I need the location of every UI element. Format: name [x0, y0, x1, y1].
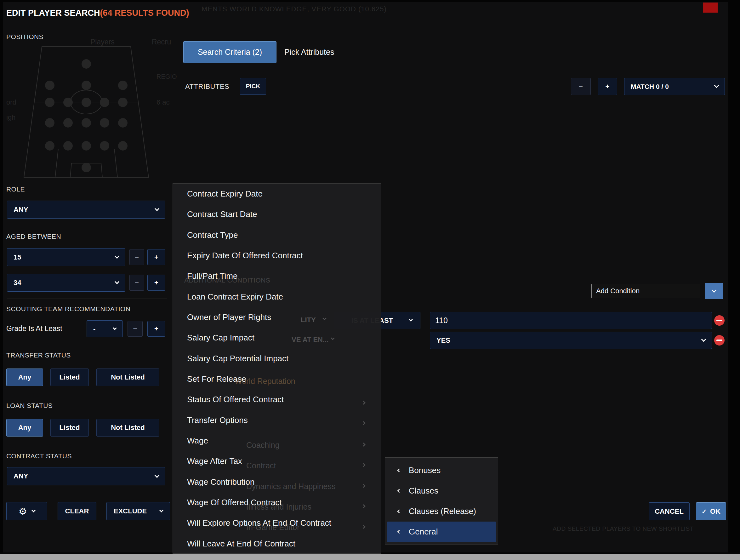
- grade-increment-button[interactable]: +: [148, 321, 165, 337]
- submenu-item-label: General: [409, 527, 438, 537]
- notification-fragment: [703, 3, 718, 13]
- menu-item[interactable]: Contract Expiry Date: [173, 184, 381, 204]
- cancel-button[interactable]: CANCEL: [649, 502, 689, 520]
- attributes-label: ATTRIBUTES: [185, 83, 229, 91]
- menu-item[interactable]: Contract Type: [173, 225, 381, 245]
- age-min-dropdown[interactable]: 15: [7, 248, 125, 266]
- menu-item[interactable]: Status Of Offered Contract: [173, 389, 381, 410]
- tab-label: Search Criteria (2): [198, 48, 262, 57]
- attribute-submenu: Bonuses Clauses Clauses (Release) Genera…: [385, 457, 498, 545]
- positions-pitch[interactable]: [24, 45, 149, 179]
- menu-item[interactable]: Set For Release: [173, 369, 381, 389]
- submenu-item-bonuses[interactable]: Bonuses: [387, 460, 496, 481]
- menu-item[interactable]: Contract Start Date: [173, 204, 381, 224]
- condition1-value-input[interactable]: [430, 312, 712, 329]
- edit-player-search-screen: MENTS WORLD KNOWLEDGE, VERY GOOD (10.625…: [0, 0, 740, 560]
- menu-item[interactable]: Loan Contract Expiry Date: [173, 287, 381, 307]
- age-min-decrement-button[interactable]: −: [129, 249, 144, 265]
- menu-item[interactable]: Wage: [173, 431, 381, 451]
- tab-label: Pick Attributes: [284, 48, 334, 57]
- menu-item-label: Will Leave At End Of Contract: [187, 539, 295, 549]
- menu-item-label: Salary Cap Potential Impact: [187, 354, 288, 363]
- grade-at-least-label: Grade Is At Least: [6, 324, 62, 333]
- chevron-down-icon: [155, 206, 160, 211]
- transfer-status-any-button[interactable]: Any: [6, 369, 43, 386]
- menu-item[interactable]: Wage After Tax: [173, 451, 381, 471]
- chevron-down-icon: [113, 326, 117, 330]
- plus-icon: +: [154, 279, 158, 287]
- add-condition-dropdown-button[interactable]: [705, 283, 723, 299]
- remove-condition1-icon[interactable]: [714, 315, 725, 326]
- menu-item-label: Will Explore Options At End Of Contract: [187, 518, 331, 528]
- age-max-dropdown[interactable]: 34: [7, 274, 125, 292]
- grade-decrement-button[interactable]: −: [127, 321, 143, 337]
- menu-item[interactable]: Expiry Date Of Offered Contract: [173, 245, 381, 266]
- contract-status-label: CONTRACT STATUS: [6, 452, 72, 460]
- chevron-down-icon: [155, 473, 160, 478]
- menu-item[interactable]: Wage Contribution: [173, 472, 381, 492]
- minus-icon: −: [579, 83, 583, 91]
- menu-item-label: Full/Part Time: [187, 271, 238, 281]
- transfer-status-not-listed-button[interactable]: Not Listed: [96, 369, 159, 386]
- button-label: Any: [18, 424, 31, 432]
- clear-button[interactable]: CLEAR: [58, 502, 96, 520]
- menu-item[interactable]: Transfer Options: [173, 410, 381, 431]
- chevron-left-icon: [397, 509, 401, 514]
- menu-item[interactable]: Salary Cap Potential Impact: [173, 348, 381, 369]
- role-label: ROLE: [6, 185, 25, 193]
- match-decrement-button[interactable]: −: [571, 78, 591, 95]
- menu-item-label: Contract Start Date: [187, 209, 257, 219]
- grade-dropdown[interactable]: -: [87, 320, 123, 337]
- tab-pick-attributes[interactable]: Pick Attributes: [284, 41, 334, 63]
- condition2-value: YES: [437, 337, 450, 345]
- chevron-down-icon: [115, 254, 120, 259]
- match-increment-button[interactable]: +: [598, 78, 617, 95]
- menu-item[interactable]: Full/Part Time: [173, 266, 381, 286]
- age-max-increment-button[interactable]: +: [148, 275, 165, 291]
- results-count: (64 RESULTS FOUND): [100, 8, 189, 18]
- menu-item[interactable]: Owner of Player Rights: [173, 307, 381, 328]
- menu-item[interactable]: Wage Of Offered Contract: [173, 492, 381, 513]
- button-label: Listed: [60, 373, 80, 381]
- pick-attributes-button[interactable]: PICK: [240, 78, 266, 95]
- remove-condition2-icon[interactable]: [714, 335, 725, 346]
- menu-item-label: Loan Contract Expiry Date: [187, 292, 283, 302]
- chevron-down-icon: [701, 337, 706, 342]
- search-settings-button[interactable]: ⚙: [6, 502, 47, 520]
- plus-icon: +: [154, 325, 158, 333]
- menu-item[interactable]: Will Explore Options At End Of Contract: [173, 513, 381, 533]
- submenu-item-label: Clauses (Release): [409, 506, 476, 516]
- submenu-item-label: Bonuses: [409, 466, 441, 475]
- age-min-increment-button[interactable]: +: [148, 249, 165, 265]
- menu-item-label: Wage Contribution: [187, 477, 255, 487]
- menu-item-label: Salary Cap Impact: [187, 333, 255, 343]
- ok-button[interactable]: ✓ OK: [696, 502, 726, 520]
- match-count-dropdown[interactable]: MATCH 0 / 0: [624, 78, 725, 95]
- button-label: Not Listed: [111, 424, 145, 432]
- button-label: CANCEL: [655, 507, 684, 516]
- age-max-decrement-button[interactable]: −: [129, 275, 144, 291]
- menu-item-label: Transfer Options: [187, 415, 248, 425]
- chevron-down-icon: [714, 83, 719, 88]
- role-dropdown[interactable]: ANY: [7, 201, 165, 218]
- tab-search-criteria[interactable]: Search Criteria (2): [183, 41, 276, 63]
- dialog-title: EDIT PLAYER SEARCH: [6, 8, 100, 18]
- loan-status-listed-button[interactable]: Listed: [51, 419, 89, 437]
- loan-status-any-button[interactable]: Any: [6, 419, 43, 437]
- submenu-item-clauses[interactable]: Clauses: [387, 481, 496, 501]
- menu-item-label: Wage Of Offered Contract: [187, 498, 282, 507]
- exclude-button[interactable]: EXCLUDE: [106, 502, 170, 520]
- menu-item[interactable]: Will Leave At End Of Contract: [173, 534, 381, 554]
- menu-item-label: Contract Expiry Date: [187, 189, 263, 199]
- submenu-item-clauses-release[interactable]: Clauses (Release): [387, 501, 496, 522]
- contract-status-dropdown[interactable]: ANY: [7, 467, 165, 485]
- add-condition-input[interactable]: [591, 284, 700, 298]
- transfer-status-listed-button[interactable]: Listed: [51, 369, 89, 386]
- loan-status-label: LOAN STATUS: [6, 401, 53, 410]
- submenu-item-general[interactable]: General: [387, 522, 496, 542]
- menu-item[interactable]: Salary Cap Impact: [173, 328, 381, 348]
- plus-icon: +: [154, 253, 158, 261]
- aged-between-label: AGED BETWEEN: [6, 232, 61, 241]
- loan-status-not-listed-button[interactable]: Not Listed: [96, 419, 159, 437]
- condition2-value-dropdown[interactable]: YES: [430, 332, 712, 349]
